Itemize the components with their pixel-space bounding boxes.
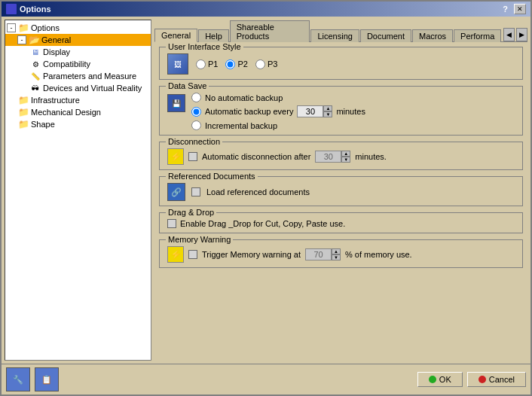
ok-label: OK	[439, 375, 451, 384]
mech-design-icon: 📁	[17, 107, 29, 117]
tab-general[interactable]: General	[154, 29, 197, 42]
ref-docs-checkbox[interactable]	[191, 187, 200, 196]
section-label-ui-style: User Interface Style	[166, 42, 243, 51]
tree-label-shape: Shape	[31, 120, 55, 129]
section-label-ref-docs: Referenced Documents	[166, 172, 258, 181]
memory-warning-icon: ⚡	[167, 246, 184, 263]
memory-warning-row: ⚡ Trigger Memory warning at ▲ ▼ % of mem	[167, 246, 515, 263]
tree-label-options: Options	[31, 23, 60, 32]
section-ref-docs: Referenced Documents 🔗 Load referenced d…	[159, 176, 523, 206]
no-backup-label: No automatic backup	[205, 93, 283, 102]
tab-licensing[interactable]: Licensing	[310, 29, 359, 42]
ui-style-icon: 🖼	[167, 53, 188, 75]
tab-shareable[interactable]: Shareable Products	[230, 20, 310, 42]
ref-docs-icon: 🔗	[167, 183, 185, 201]
bottom-buttons: OK Cancel	[417, 372, 526, 387]
drag-drop-checkbox[interactable]	[167, 219, 176, 228]
auto-backup-label: Automatic backup every	[205, 107, 293, 116]
cancel-label: Cancel	[489, 375, 515, 384]
tab-scroll-right[interactable]: ▶	[516, 28, 527, 41]
section-label-memory-warning: Memory Warning	[166, 235, 233, 244]
bottom-bar: 🔧 📋 OK Cancel	[2, 364, 530, 394]
radio-p2[interactable]: P2	[225, 59, 247, 69]
disconnection-checkbox[interactable]	[188, 152, 197, 161]
cancel-dot	[478, 376, 486, 383]
main-content: - 📁 Options - 📂 General 🖥 Display ⚙ Comp…	[2, 17, 530, 364]
disconnection-minutes-label: minutes.	[355, 152, 387, 161]
disconnection-icon: ⚡	[167, 148, 184, 165]
memory-spin-buttons: ▲ ▼	[332, 248, 341, 260]
section-data-save: Data Save 💾 No automatic backup	[159, 86, 523, 136]
tree-label-parameters: Parameters and Measure	[43, 72, 136, 81]
disconnection-spin-down[interactable]: ▼	[341, 157, 350, 163]
backup-minutes-spinbox: ▲ ▼	[297, 105, 332, 117]
compatibility-icon: ⚙	[29, 59, 41, 69]
tree-item-devices[interactable]: 🕶 Devices and Virtual Reality	[5, 82, 151, 94]
tree-item-mech-design[interactable]: 📁 Mechanical Design	[5, 106, 151, 118]
disconnection-minutes-input[interactable]	[315, 151, 341, 163]
radio-p3[interactable]: P3	[255, 59, 277, 69]
memory-spin-down[interactable]: ▼	[332, 254, 341, 260]
drag-drop-row: Enable Drag _Drop for Cut, Copy, Paste u…	[167, 219, 515, 228]
minutes-label: minutes	[336, 107, 365, 116]
radio-no-backup[interactable]	[191, 93, 201, 102]
shape-icon: 📁	[17, 119, 29, 129]
tree-item-options-root[interactable]: - 📁 Options	[5, 22, 151, 34]
incremental-label: Incremental backup	[205, 121, 277, 130]
ui-style-row: 🖼 P1 P2 P3	[167, 53, 515, 75]
backup-spin-down[interactable]: ▼	[323, 111, 332, 117]
disconnection-row: ⚡ Automatic disconnection after ▲ ▼ minu	[167, 148, 515, 165]
backup-minutes-input[interactable]	[297, 105, 323, 117]
auto-backup-row: Automatic backup every ▲ ▼ minutes	[191, 105, 365, 117]
app-icon	[6, 4, 17, 14]
section-label-data-save: Data Save	[166, 81, 209, 90]
tree-label-infrastructure: Infrastructure	[31, 96, 80, 105]
bottom-icon-2[interactable]: 📋	[35, 367, 59, 391]
save-icon: 💾	[167, 94, 185, 112]
bottom-icons: 🔧 📋	[6, 367, 59, 391]
radio-incremental[interactable]	[191, 120, 201, 130]
close-title-btn[interactable]: ✕	[514, 4, 526, 14]
tree-panel: - 📁 Options - 📂 General 🖥 Display ⚙ Comp…	[5, 20, 151, 361]
tree-item-display[interactable]: 🖥 Display	[5, 46, 151, 58]
memory-value-input[interactable]	[305, 248, 332, 260]
tree-label-compatibility: Compatibility	[43, 59, 90, 69]
radio-p1[interactable]: P1	[196, 59, 218, 69]
radio-auto-backup[interactable]	[191, 107, 201, 117]
tree-expand-general[interactable]: -	[17, 35, 26, 44]
tree-item-shape[interactable]: 📁 Shape	[5, 118, 151, 130]
general-folder-icon: 📂	[28, 35, 40, 45]
section-ui-style: User Interface Style 🖼 P1 P2	[159, 47, 523, 80]
tree-expand-options[interactable]: -	[7, 23, 16, 32]
tab-help[interactable]: Help	[198, 29, 229, 42]
tabs-row: General Help Shareable Products Licensin…	[154, 20, 527, 42]
tab-performa[interactable]: Performa	[454, 29, 501, 42]
tab-macros[interactable]: Macros	[412, 29, 453, 42]
incremental-backup-row: Incremental backup	[191, 120, 365, 130]
cancel-button[interactable]: Cancel	[467, 372, 526, 387]
backup-spin-up[interactable]: ▲	[323, 105, 332, 111]
tree-item-general[interactable]: - 📂 General	[5, 34, 151, 46]
help-title-btn[interactable]: ?	[503, 5, 508, 14]
tab-scroll-left[interactable]: ◀	[503, 28, 515, 41]
disconnection-label: Automatic disconnection after	[202, 152, 310, 161]
tree-item-parameters[interactable]: 📏 Parameters and Measure	[5, 70, 151, 82]
title-bar-left: Options	[6, 4, 51, 14]
ok-button[interactable]: OK	[417, 372, 463, 387]
window-title: Options	[20, 5, 51, 14]
backup-spin-buttons: ▲ ▼	[323, 105, 332, 117]
memory-spinbox: ▲ ▼	[305, 248, 341, 260]
tab-document[interactable]: Document	[360, 29, 411, 42]
disconnection-spin-up[interactable]: ▲	[341, 151, 350, 157]
section-memory-warning: Memory Warning ⚡ Trigger Memory warning …	[159, 239, 523, 268]
bottom-icon-1[interactable]: 🔧	[6, 367, 30, 391]
infrastructure-icon: 📁	[17, 95, 29, 105]
tree-label-general: General	[41, 35, 71, 44]
memory-spin-up[interactable]: ▲	[332, 248, 341, 254]
memory-warning-checkbox[interactable]	[188, 250, 197, 259]
tree-item-infrastructure[interactable]: 📁 Infrastructure	[5, 94, 151, 106]
memory-suffix: % of memory use.	[345, 250, 412, 259]
disconnection-spin-buttons: ▲ ▼	[341, 151, 350, 163]
tree-item-compatibility[interactable]: ⚙ Compatibility	[5, 58, 151, 70]
section-disconnection: Disconnection ⚡ Automatic disconnection …	[159, 142, 523, 170]
